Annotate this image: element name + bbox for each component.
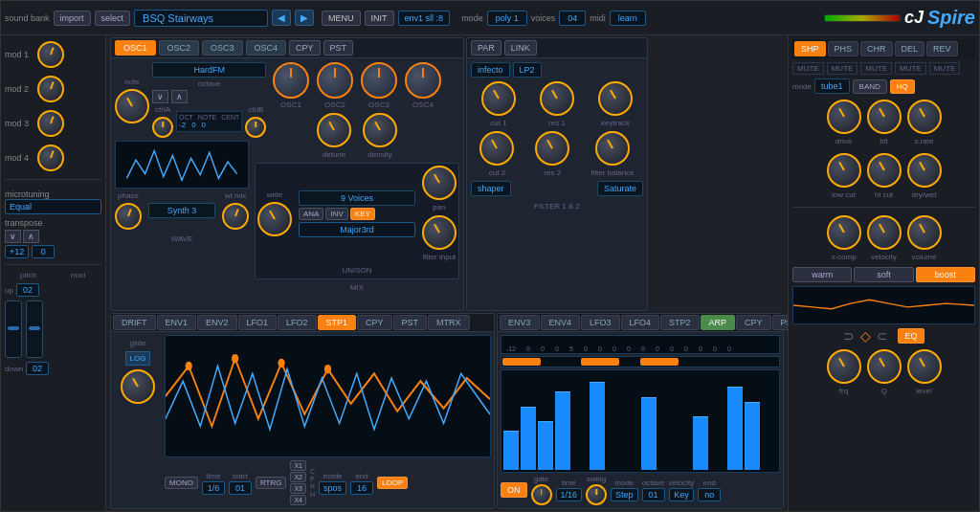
osc-pst-button[interactable]: PST xyxy=(323,40,354,56)
env-end-val[interactable]: 16 xyxy=(350,481,373,495)
inv-button[interactable]: INV xyxy=(325,208,347,220)
tab-osc1[interactable]: OSC1 xyxy=(115,40,156,56)
wave-display-val[interactable]: Synth 3 xyxy=(148,203,215,218)
osc2-knob[interactable] xyxy=(317,62,353,99)
par-button[interactable]: PAR xyxy=(471,40,501,56)
microtuning-select[interactable]: Equal xyxy=(5,199,101,214)
fx-tab-shp[interactable]: SHP xyxy=(794,41,826,56)
arp-swing-knob[interactable] xyxy=(586,484,607,505)
nav-next-button[interactable]: ▶ xyxy=(295,10,314,26)
octave-down-btn[interactable]: ∨ xyxy=(152,90,168,103)
tab-osc2[interactable]: OSC2 xyxy=(159,40,200,56)
hicut-knob[interactable] xyxy=(867,153,902,188)
menu-button[interactable]: MENU xyxy=(322,11,361,26)
rtrg-button[interactable]: RTRG xyxy=(256,477,287,489)
tab-osc4[interactable]: OSC4 xyxy=(246,40,287,56)
log-button[interactable]: LOG xyxy=(125,351,151,366)
unison-voices-display[interactable]: 9 Voices xyxy=(299,190,415,206)
eq-peak-icon[interactable]: ◇ xyxy=(860,328,871,344)
mute-rev[interactable]: MUTE xyxy=(929,62,961,75)
transpose-up-button[interactable]: ∧ xyxy=(23,230,39,243)
boost-button[interactable]: boost xyxy=(916,267,975,282)
env-start-val[interactable]: 01 xyxy=(229,481,252,495)
arp-oct-val[interactable]: 01 xyxy=(642,488,665,501)
seq-bar-9[interactable] xyxy=(641,397,657,471)
arp-time-val[interactable]: 1/16 xyxy=(556,488,583,501)
note-type-display[interactable]: HardFM xyxy=(152,62,266,78)
srate-knob[interactable] xyxy=(907,100,942,134)
tab-osc3[interactable]: OSC3 xyxy=(202,40,243,56)
btab-lfo2[interactable]: LFO2 xyxy=(278,315,317,330)
init-button[interactable]: INIT xyxy=(365,11,394,26)
midi-display[interactable]: learn xyxy=(610,11,646,26)
level-knob[interactable] xyxy=(907,349,942,384)
eq-button[interactable]: EQ xyxy=(898,328,924,344)
fx-tab-phs[interactable]: PHS xyxy=(828,41,859,56)
keytrack-knob[interactable] xyxy=(598,81,633,116)
note-knob[interactable] xyxy=(115,89,149,123)
seq-scroll-2[interactable] xyxy=(581,358,619,366)
transpose-down-button[interactable]: ∨ xyxy=(5,230,21,243)
seq-bar-15[interactable] xyxy=(745,402,760,470)
eq-highpass-icon[interactable]: ⊃ xyxy=(843,328,855,344)
velocity-knob[interactable] xyxy=(867,215,902,250)
mute-shp[interactable]: MUTE xyxy=(792,62,824,75)
mod3-knob[interactable] xyxy=(37,110,64,137)
phase-knob[interactable] xyxy=(115,203,142,230)
lowcut-knob[interactable] xyxy=(827,153,861,188)
btab-env2[interactable]: ENV2 xyxy=(197,315,237,330)
env-spos-val[interactable]: spos xyxy=(319,481,346,495)
pan-knob[interactable] xyxy=(422,166,457,200)
seq-bar-4[interactable] xyxy=(555,391,570,470)
btab-env3[interactable]: ENV3 xyxy=(500,315,540,330)
mono-button[interactable]: MONO xyxy=(165,477,198,489)
arp-end-val[interactable]: no xyxy=(698,488,721,501)
nav-prev-button[interactable]: ◀ xyxy=(272,10,291,26)
seq-scroll-3[interactable] xyxy=(640,358,679,366)
osc-cpy-button[interactable]: CPY xyxy=(289,40,321,56)
fx-mode-display[interactable]: tube1 xyxy=(814,78,850,94)
x4-button[interactable]: X4 xyxy=(290,495,306,505)
btab-lfo1[interactable]: LFO1 xyxy=(238,315,278,330)
btab-stp2[interactable]: STP2 xyxy=(660,315,700,330)
btab-lfo3[interactable]: LFO3 xyxy=(581,315,620,330)
seq-scroll-1[interactable] xyxy=(502,358,541,366)
bit-knob[interactable] xyxy=(867,100,902,134)
btab-mtrx[interactable]: MTRX xyxy=(428,315,470,330)
arp-vel-val[interactable]: Key xyxy=(669,488,694,501)
warm-button[interactable]: warm xyxy=(792,267,852,282)
arp-on-button[interactable]: ON xyxy=(501,482,527,498)
osc3-knob[interactable] xyxy=(361,62,397,99)
wide-knob[interactable] xyxy=(257,202,292,236)
transpose-semitone[interactable]: +12 xyxy=(5,245,29,258)
btab-lfo4[interactable]: LFO4 xyxy=(621,315,660,330)
filterbal-knob[interactable] xyxy=(595,131,630,166)
x1-button[interactable]: X1 xyxy=(290,460,306,471)
seq-bar-2[interactable] xyxy=(521,407,536,470)
mute-del[interactable]: MUTE xyxy=(895,62,926,75)
x3-button[interactable]: X3 xyxy=(290,483,306,494)
mute-chr[interactable]: MUTE xyxy=(860,62,892,75)
btab-pst-l[interactable]: PST xyxy=(393,315,428,330)
mod1-knob[interactable] xyxy=(37,41,64,68)
btab-env1[interactable]: ENV1 xyxy=(157,315,197,330)
glide-knob[interactable] xyxy=(121,369,155,404)
mode-display[interactable]: poly 1 xyxy=(487,11,527,26)
res2-knob[interactable] xyxy=(535,131,569,166)
seq-bar-1[interactable] xyxy=(503,431,519,470)
mod4-knob[interactable] xyxy=(37,145,64,171)
btab-drift[interactable]: DRIFT xyxy=(113,315,156,330)
cut2-knob[interactable] xyxy=(479,131,514,166)
pitch-down-val[interactable]: 02 xyxy=(26,362,49,375)
mute-phs[interactable]: MUTE xyxy=(827,62,858,75)
ctrla-knob[interactable] xyxy=(152,117,173,138)
voices-display[interactable]: 04 xyxy=(559,11,586,26)
drive-knob[interactable] xyxy=(827,100,861,134)
osc4-knob[interactable] xyxy=(405,62,441,99)
btab-pst-r[interactable]: PST xyxy=(772,315,788,330)
hq-button[interactable]: HQ xyxy=(890,79,915,94)
btab-arp[interactable]: ARP xyxy=(701,315,736,330)
soft-button[interactable]: soft xyxy=(854,267,913,282)
loop-button[interactable]: LOOP xyxy=(377,477,408,489)
res1-knob[interactable] xyxy=(540,81,574,116)
